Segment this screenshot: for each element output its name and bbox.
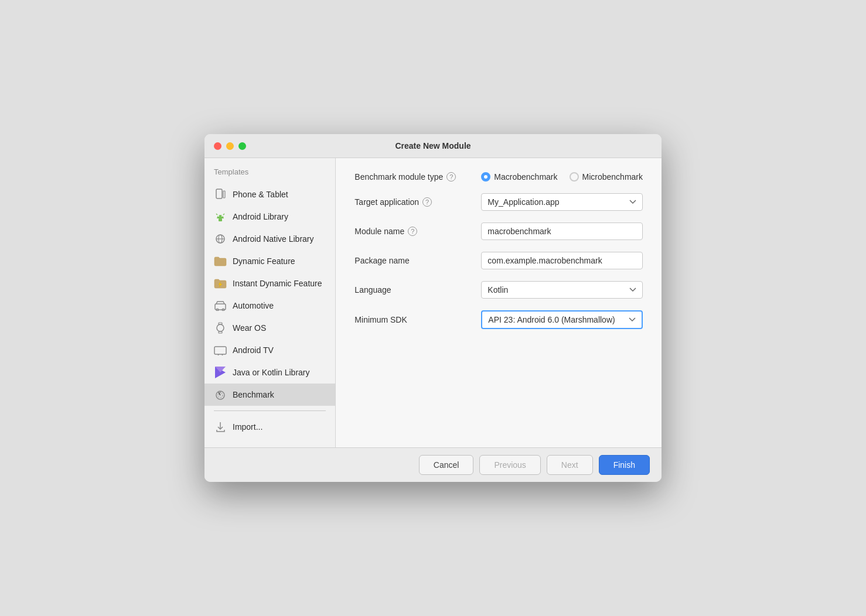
svg-line-5: [216, 214, 217, 215]
package-name-row: Package name: [354, 252, 643, 269]
module-name-input[interactable]: [481, 223, 643, 240]
sidebar-item-label: Benchmark: [233, 390, 274, 399]
svg-point-2: [218, 215, 219, 217]
cancel-button[interactable]: Cancel: [419, 455, 474, 475]
benchmark-module-type-row: Benchmark module type ? Macrobenchmark M…: [354, 172, 643, 182]
benchmark-module-type-label: Benchmark module type ?: [354, 172, 472, 182]
macrobenchmark-radio[interactable]: [481, 172, 490, 182]
sidebar-item-label: Instant Dynamic Feature: [233, 279, 322, 288]
svg-rect-14: [219, 323, 222, 324]
benchmark-icon: [214, 388, 227, 401]
minimum-sdk-label: Minimum SDK: [354, 315, 472, 324]
module-name-row: Module name ?: [354, 223, 643, 240]
close-button[interactable]: [214, 142, 221, 150]
radio-group: Macrobenchmark Microbenchmark: [481, 172, 643, 182]
minimize-button[interactable]: [226, 142, 234, 150]
microbenchmark-option[interactable]: Microbenchmark: [570, 172, 643, 182]
minimum-sdk-row: Minimum SDK API 21: Android 5.0 (Lollipo…: [354, 310, 643, 329]
macrobenchmark-option[interactable]: Macrobenchmark: [481, 172, 557, 182]
language-label: Language: [354, 285, 472, 295]
sidebar-divider: [214, 410, 326, 411]
sidebar-item-instant-dynamic-feature[interactable]: Instant Dynamic Feature: [204, 272, 335, 295]
target-application-label: Target application ?: [354, 197, 472, 207]
next-button[interactable]: Next: [547, 455, 593, 475]
sidebar-item-android-library[interactable]: Android Library: [204, 206, 335, 228]
instant-folder-icon: [214, 277, 227, 290]
target-application-row: Target application ? My_Application.app: [354, 193, 643, 211]
sidebar-item-android-native-library[interactable]: Android Native Library: [204, 228, 335, 250]
previous-button[interactable]: Previous: [479, 455, 540, 475]
sidebar-item-wear-os[interactable]: Wear OS: [204, 317, 335, 339]
sidebar-item-label: Automotive: [233, 301, 274, 310]
module-name-label: Module name ?: [354, 227, 472, 236]
sidebar-item-label: Java or Kotlin Library: [233, 368, 310, 377]
sidebar-item-automotive[interactable]: Automotive: [204, 295, 335, 317]
sidebar-item-label: Android Native Library: [233, 234, 314, 244]
package-name-input[interactable]: [481, 252, 643, 269]
language-select[interactable]: Kotlin Java: [481, 281, 643, 299]
minimum-sdk-select[interactable]: API 21: Android 5.0 (Lollipop) API 22: A…: [481, 310, 643, 329]
svg-point-13: [217, 324, 224, 331]
import-icon: [214, 420, 227, 433]
android-icon: [214, 210, 227, 223]
tv-icon: [214, 344, 227, 357]
wear-icon: [214, 321, 227, 334]
svg-line-18: [222, 354, 223, 355]
sidebar-item-android-tv[interactable]: Android TV: [204, 339, 335, 361]
sidebar-item-kotlin-library[interactable]: Java or Kotlin Library: [204, 361, 335, 384]
svg-rect-16: [214, 347, 226, 354]
sidebar: Templates Phone & Tablet: [204, 158, 336, 447]
language-row: Language Kotlin Java: [354, 281, 643, 299]
svg-point-3: [221, 215, 223, 217]
dialog-footer: Cancel Previous Next Finish: [204, 447, 662, 482]
svg-rect-1: [223, 191, 225, 198]
target-application-select[interactable]: My_Application.app: [481, 193, 643, 211]
svg-line-6: [223, 214, 224, 215]
svg-rect-15: [219, 331, 222, 333]
sidebar-header: Templates: [204, 167, 335, 183]
window-controls: [214, 142, 246, 150]
sidebar-item-benchmark[interactable]: Benchmark: [204, 384, 335, 406]
module-name-help[interactable]: ?: [408, 227, 417, 236]
sidebar-item-dynamic-feature[interactable]: Dynamic Feature: [204, 250, 335, 272]
native-library-icon: [214, 232, 227, 245]
kotlin-icon: [214, 366, 227, 379]
sidebar-item-label: Phone & Tablet: [233, 190, 288, 199]
dialog-body: Templates Phone & Tablet: [204, 158, 662, 447]
svg-line-17: [218, 354, 219, 355]
sidebar-item-label: Dynamic Feature: [233, 256, 295, 266]
sidebar-item-label: Wear OS: [233, 323, 266, 333]
sidebar-item-label: Android Library: [233, 212, 288, 221]
sidebar-item-import[interactable]: Import...: [204, 416, 335, 438]
sidebar-item-label: Import...: [233, 422, 262, 432]
maximize-button[interactable]: [238, 142, 246, 150]
package-name-label: Package name: [354, 256, 472, 265]
benchmark-module-type-help[interactable]: ?: [446, 172, 456, 182]
svg-rect-0: [216, 189, 222, 199]
main-content: Benchmark module type ? Macrobenchmark M…: [336, 158, 662, 447]
target-application-help[interactable]: ?: [422, 197, 432, 207]
folder-icon: [214, 255, 227, 268]
phone-icon: [214, 188, 227, 201]
sidebar-item-phone-tablet[interactable]: Phone & Tablet: [204, 183, 335, 206]
title-bar: Create New Module: [204, 134, 662, 158]
create-new-module-dialog: Create New Module Templates Phone & Tabl…: [204, 134, 662, 482]
svg-rect-4: [219, 218, 222, 221]
dialog-title: Create New Module: [395, 141, 470, 150]
finish-button[interactable]: Finish: [599, 455, 650, 475]
microbenchmark-radio[interactable]: [570, 172, 579, 182]
automotive-icon: [214, 299, 227, 312]
sidebar-item-label: Android TV: [233, 345, 274, 355]
